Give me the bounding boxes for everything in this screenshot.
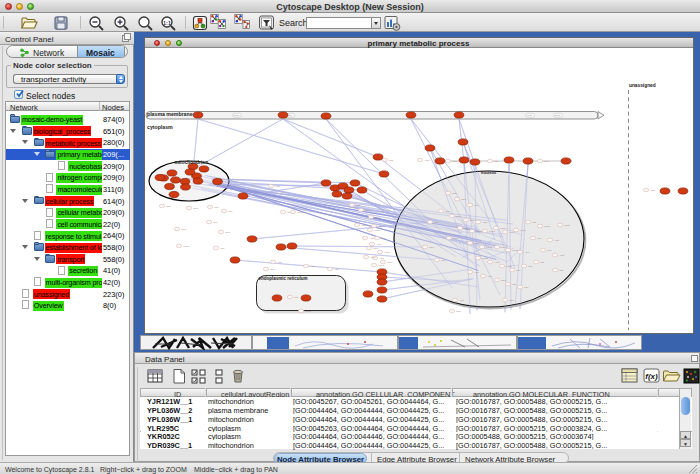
svg-text:Pma1: Pma1 bbox=[305, 310, 311, 312]
svg-text:unassigned: unassigned bbox=[629, 83, 656, 88]
svg-text:Pma1: Pma1 bbox=[500, 227, 506, 229]
svg-text:Snc1: Snc1 bbox=[453, 237, 459, 239]
svg-text:Snc1: Snc1 bbox=[234, 114, 240, 117]
svg-text:Idh1: Idh1 bbox=[213, 221, 218, 223]
svg-text:Yhb1: Yhb1 bbox=[275, 185, 281, 187]
svg-text:Atp2: Atp2 bbox=[459, 299, 464, 301]
svg-text:Snc1: Snc1 bbox=[270, 268, 276, 270]
svg-text:Pma1: Pma1 bbox=[544, 225, 550, 227]
svg-text:Pma1: Pma1 bbox=[482, 257, 488, 259]
svg-text:Pma1: Pma1 bbox=[506, 265, 512, 267]
svg-text:Cit2: Cit2 bbox=[389, 159, 394, 161]
svg-text:mitochondrion: mitochondrion bbox=[175, 160, 209, 165]
svg-text:Yhb1: Yhb1 bbox=[650, 189, 656, 191]
svg-text:Snc1: Snc1 bbox=[501, 279, 507, 281]
svg-text:Yhb1: Yhb1 bbox=[334, 268, 340, 270]
svg-text:Pma1: Pma1 bbox=[476, 230, 482, 232]
svg-text:Atp2: Atp2 bbox=[474, 271, 479, 273]
svg-text:Pma1: Pma1 bbox=[384, 251, 390, 253]
svg-text:Yhb1: Yhb1 bbox=[554, 239, 560, 241]
svg-text:Snc1: Snc1 bbox=[181, 228, 187, 230]
svg-text:Snc1: Snc1 bbox=[193, 207, 199, 209]
svg-text:Pma1: Pma1 bbox=[489, 230, 495, 232]
svg-text:Yhb1: Yhb1 bbox=[379, 257, 385, 259]
svg-text:Pma1: Pma1 bbox=[297, 211, 303, 213]
svg-text:Idh1: Idh1 bbox=[214, 206, 219, 208]
svg-text:nucleus: nucleus bbox=[481, 170, 497, 175]
svg-text:Snc1: Snc1 bbox=[452, 160, 458, 162]
svg-text:Idh1: Idh1 bbox=[166, 205, 171, 207]
svg-text:Pma1: Pma1 bbox=[374, 229, 380, 231]
svg-text:Atp2: Atp2 bbox=[524, 251, 529, 253]
svg-text:Atp2: Atp2 bbox=[494, 261, 499, 263]
svg-text:Snc1: Snc1 bbox=[456, 215, 462, 217]
svg-text:Snc1: Snc1 bbox=[429, 246, 435, 248]
svg-text:f(x): f(x) bbox=[645, 372, 658, 381]
svg-text:Yhb1: Yhb1 bbox=[474, 242, 480, 244]
svg-text:Yhb1: Yhb1 bbox=[424, 159, 430, 161]
svg-text:Snc1: Snc1 bbox=[501, 246, 507, 248]
svg-text:Pma1: Pma1 bbox=[564, 224, 570, 226]
svg-text:Yhb1: Yhb1 bbox=[464, 227, 470, 229]
svg-text:Pma1: Pma1 bbox=[520, 229, 526, 231]
svg-text:Idh1: Idh1 bbox=[381, 237, 386, 239]
svg-text:endoplasmic reticulum: endoplasmic reticulum bbox=[259, 276, 308, 281]
svg-text:Pma1: Pma1 bbox=[183, 245, 189, 247]
svg-text:Pma1: Pma1 bbox=[378, 264, 384, 266]
svg-text:Yhb1: Yhb1 bbox=[482, 221, 488, 223]
svg-text:Idh1: Idh1 bbox=[228, 210, 233, 212]
svg-text:Yhb1: Yhb1 bbox=[487, 275, 493, 277]
svg-text:Yhb1: Yhb1 bbox=[559, 254, 565, 256]
svg-text:Yhb1: Yhb1 bbox=[361, 224, 367, 226]
svg-text:Snc1: Snc1 bbox=[387, 261, 393, 263]
svg-text:plasma membrane: plasma membrane bbox=[147, 111, 193, 117]
svg-text:Snc1: Snc1 bbox=[544, 160, 550, 162]
svg-text:Snc1: Snc1 bbox=[375, 216, 381, 218]
svg-text:Snc1: Snc1 bbox=[373, 247, 379, 249]
svg-text:cytoplasm: cytoplasm bbox=[147, 124, 173, 130]
svg-text:1:1: 1:1 bbox=[163, 20, 171, 26]
svg-text:Fet3: Fet3 bbox=[527, 114, 532, 117]
svg-text:Snc1: Snc1 bbox=[555, 114, 561, 117]
svg-text:Snc1: Snc1 bbox=[452, 192, 458, 194]
svg-text:Snc1: Snc1 bbox=[509, 299, 515, 301]
svg-text:Snc1: Snc1 bbox=[225, 231, 231, 233]
svg-text:Atp2: Atp2 bbox=[277, 261, 282, 263]
svg-text:Yhb1: Yhb1 bbox=[310, 265, 316, 267]
svg-text:Snc1: Snc1 bbox=[456, 310, 462, 312]
svg-text:Snc1: Snc1 bbox=[470, 219, 476, 221]
svg-text:Snc1: Snc1 bbox=[365, 209, 371, 211]
svg-text:Yhb1: Yhb1 bbox=[370, 256, 376, 258]
svg-text:Pma1: Pma1 bbox=[486, 246, 492, 248]
svg-text:Idh1: Idh1 bbox=[220, 247, 225, 249]
svg-text:Snc1: Snc1 bbox=[461, 198, 467, 200]
svg-text:Atp2: Atp2 bbox=[376, 243, 381, 245]
